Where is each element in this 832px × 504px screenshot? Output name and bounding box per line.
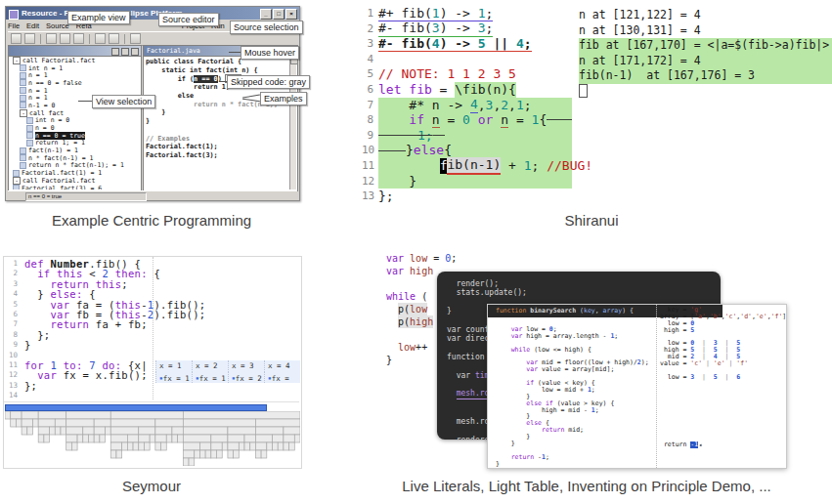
connector-line: [219, 81, 227, 82]
expander-icon[interactable]: -: [13, 57, 21, 64]
probe-cell[interactable]: ▪fx = 1: [192, 372, 228, 384]
editor-tab-label[interactable]: Factorial.java: [147, 47, 200, 55]
toolbar-separator: [124, 34, 125, 44]
tree-row[interactable]: int n = 1: [10, 64, 140, 72]
tree-row[interactable]: Factorial.fact(1) = 1: [10, 169, 140, 177]
variable-icon: [20, 87, 26, 94]
caption-example-centric: Example Centric Programming: [5, 212, 298, 229]
probe-cell[interactable]: x = 2: [192, 360, 228, 372]
variable-icon: [20, 147, 26, 154]
caption-seymour: Seymour: [3, 478, 300, 494]
tree-row[interactable]: -call fact: [10, 109, 140, 117]
variable-icon: [13, 170, 20, 177]
minimize-button[interactable]: _: [260, 9, 272, 20]
variable-icon: [20, 79, 26, 86]
eclipse-statusbar: n == 0 = true: [8, 190, 297, 200]
menu-item-source[interactable]: Source: [46, 21, 69, 31]
tree-row[interactable]: n == 0 = true: [10, 132, 140, 140]
probe-cell[interactable]: x = 3: [228, 360, 264, 372]
variable-icon: [13, 185, 20, 189]
callout-view-selection: View selection: [92, 95, 155, 108]
variable-icon: [20, 102, 26, 108]
values-separator: [656, 305, 657, 468]
eclipse-app-icon: [9, 10, 19, 20]
variable-icon: [20, 64, 26, 71]
tree-row[interactable]: return n * fact(n-1); = 1: [10, 162, 140, 170]
close-button[interactable]: ×: [285, 9, 297, 20]
binary-search-code[interactable]: var low = 0; var high = array.length - 1…: [496, 319, 649, 468]
tree-row[interactable]: n = 1: [10, 71, 140, 79]
caption-live-demos: Live Literals, Light Table, Inventing on…: [381, 478, 792, 494]
example-view-pane: -call Factorial.factint n = 1n = 1n == 0…: [8, 45, 142, 191]
callout-example-view: Example view: [67, 11, 130, 24]
toolbar-separator: [89, 34, 90, 44]
probe-cell[interactable]: x = 4: [264, 360, 300, 372]
toolbar-icon[interactable]: [95, 33, 106, 44]
tree-row[interactable]: return 1; = 1: [10, 140, 140, 147]
tree-row[interactable]: -call Factorial.fact: [10, 177, 140, 185]
status-text: n == 0 = true: [25, 192, 147, 201]
shiranui-line-numbers: 12345678910111213: [362, 6, 377, 204]
figure-canvas: Resource - Factorial.java - Eclipse Plat…: [0, 0, 832, 504]
probe-cell[interactable]: ▪fx =: [264, 372, 300, 384]
toolbar-icon[interactable]: [46, 33, 57, 44]
tree-row[interactable]: n * fact(n-1) = 1: [10, 154, 140, 162]
toolbar-icon[interactable]: [60, 33, 70, 44]
callout-source-selection: Source selection: [230, 21, 303, 34]
trace-icicle[interactable]: [5, 411, 300, 466]
menu-item-file[interactable]: File: [8, 21, 20, 31]
tree-row[interactable]: fact(n-1) = 1: [10, 147, 140, 154]
tree-row[interactable]: n = 1: [10, 87, 140, 95]
view-toolbar-icons[interactable]: [111, 48, 139, 56]
toolbar-icon[interactable]: [24, 33, 35, 44]
variable-icon: [20, 162, 26, 169]
shiranui-output-panel[interactable]: n at [121,122] = 4n at [130,131] = 4fib …: [579, 8, 832, 99]
probe-cell[interactable]: ▪fx = 2: [228, 372, 264, 384]
tree-row[interactable]: int n = 0: [10, 117, 140, 125]
callout-mouse-hover: Mouse hover: [241, 46, 299, 60]
tree-row[interactable]: Factorial.fact(3) = 6: [10, 185, 140, 189]
expander-icon[interactable]: -: [13, 177, 21, 185]
inventing-on-principle-window[interactable]: function binarySearch (key, array) { var…: [487, 304, 787, 469]
seymour-probe-table[interactable]: x = 1x = 2x = 3x = 4▪fx = 1▪fx = 1▪fx = …: [155, 360, 300, 383]
menu-item-edit[interactable]: Edit: [26, 21, 39, 31]
toolbar-icon[interactable]: [73, 33, 84, 44]
probe-cell[interactable]: x = 1: [155, 360, 192, 372]
shiranui-code[interactable]: #+ fib(1) -> 1;#- fib(3) -> 3;#- fib(4) …: [378, 6, 572, 204]
variable-icon: [26, 117, 33, 124]
maximize-button[interactable]: □: [273, 9, 285, 20]
tree-row[interactable]: n == 0 = false: [10, 79, 140, 87]
example-view-tabbar[interactable]: [9, 46, 141, 57]
variable-icon: [26, 140, 33, 147]
callout-examples: Examples: [260, 92, 307, 105]
tree-row[interactable]: -call Factorial.fact: [10, 57, 140, 64]
probe-dot-icon: ▪: [268, 374, 272, 381]
connector-line: [229, 52, 241, 53]
trace-loop-bar[interactable]: [5, 404, 267, 411]
callout-skipped-code: Skipped code: gray: [227, 75, 310, 89]
binary-search-values: key = 'g'array = ['a','b','c','d','e','f…: [660, 307, 786, 448]
toolbar-icon[interactable]: [109, 33, 119, 44]
probe-cell[interactable]: ▪fx = 1: [155, 372, 192, 384]
eclipse-titlebar[interactable]: Resource - Factorial.java - Eclipse Plat…: [6, 7, 299, 20]
seymour-trace-chart[interactable]: [4, 401, 299, 467]
seymour-line-numbers: 1234567891011121314: [4, 259, 20, 400]
variable-icon: [20, 154, 26, 161]
probe-dot-icon: ▪: [159, 374, 163, 381]
variable-icon: [20, 95, 26, 102]
variable-icon: [26, 132, 33, 139]
connector-line: [78, 101, 92, 102]
source-editor-pane: Factorial.java public class Factorial { …: [143, 45, 298, 191]
probe-dot-icon: ▪: [232, 374, 236, 381]
toolbar-icon[interactable]: [130, 33, 141, 44]
toolbar-icon[interactable]: [11, 33, 22, 44]
execution-tree[interactable]: -call Factorial.factint n = 1n = 1n == 0…: [10, 57, 140, 189]
callout-source-editor: Source editor: [158, 13, 219, 26]
caption-shiranui: Shiranui: [469, 212, 714, 229]
tree-row[interactable]: n = 0: [10, 124, 140, 132]
toolbar-separator: [40, 34, 41, 44]
shiranui-editor[interactable]: 12345678910111213 #+ fib(1) -> 1;#- fib(…: [362, 6, 572, 205]
variable-icon: [20, 72, 26, 79]
expander-icon[interactable]: -: [20, 109, 27, 117]
variable-icon: [26, 125, 33, 132]
